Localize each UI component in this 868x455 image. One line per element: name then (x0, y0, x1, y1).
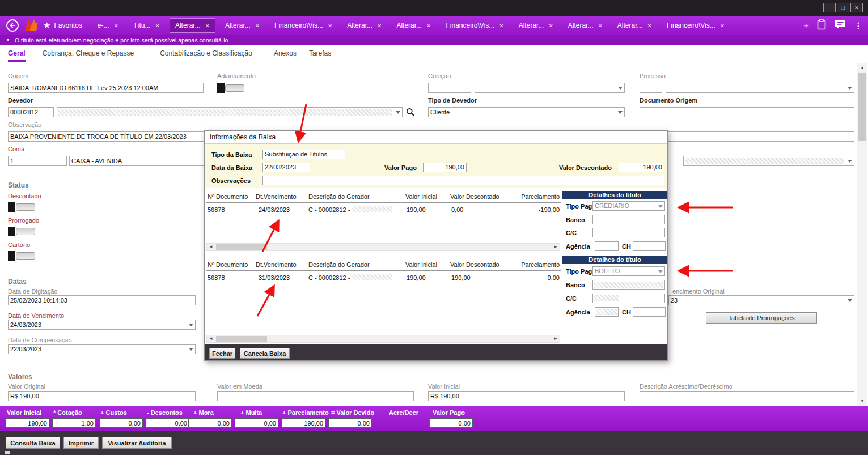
scroll-thumb[interactable] (216, 244, 267, 250)
cc-field[interactable] (592, 294, 665, 303)
tipo-pagto-combo[interactable]: BOLETO (592, 266, 665, 276)
processo-label: Processo (640, 73, 666, 79)
devedor-code-field[interactable]: 00002812 (8, 107, 54, 117)
tab-label: Financeiro\Vis... (274, 22, 323, 29)
vencimento-original-combo[interactable]: 23 (668, 295, 854, 305)
new-tab-button[interactable]: + (803, 21, 809, 31)
valor-moeda-field[interactable] (217, 391, 414, 401)
origem-field[interactable]: SAIDA: ROMANEIO 66116 DE Fev 25 2023 12:… (8, 83, 204, 93)
close-icon[interactable]: ✕ (720, 23, 725, 29)
conta-right-combo[interactable] (683, 156, 854, 166)
imprimir-button[interactable]: Imprimir (63, 437, 99, 449)
tab-financeiro[interactable]: Financeiro\Vis...✕ (662, 19, 730, 32)
cancela-baixa-button[interactable]: Cancela Baixa (240, 348, 290, 359)
close-icon[interactable]: ✕ (548, 23, 553, 29)
valor-descontado-field[interactable]: 190,00 (619, 163, 664, 172)
valor-inicial-field[interactable]: R$ 190,00 (428, 391, 625, 401)
close-icon[interactable]: ✕ (499, 23, 503, 29)
total-label: + Parcelamento (282, 409, 329, 416)
star-icon: ★ (43, 20, 50, 31)
scroll-down-icon[interactable]: ▼ (857, 397, 867, 406)
colecao-code-field[interactable] (428, 83, 471, 93)
grid1-hscrollbar[interactable]: ◄ ► (206, 243, 560, 251)
scroll-left-icon[interactable]: ◄ (207, 335, 215, 342)
search-button[interactable] (406, 108, 415, 119)
data-baixa-field[interactable]: 22/03/2023 (262, 163, 310, 172)
scroll-right-icon[interactable]: ► (552, 244, 560, 250)
agencia-field[interactable] (595, 307, 619, 317)
banco-field[interactable] (592, 215, 665, 224)
close-icon[interactable]: ✕ (647, 23, 652, 29)
tasks-clipboard-button[interactable] (817, 19, 826, 32)
minimize-button[interactable]: ─ (823, 3, 836, 12)
ch-field[interactable] (633, 307, 666, 317)
tipo-devedor-combo[interactable]: Cliente (428, 107, 625, 117)
back-button[interactable] (6, 19, 19, 32)
tab-alterar[interactable]: Alterar...✕ (514, 19, 558, 32)
tab-alterar[interactable]: Alterar...✕ (391, 19, 436, 32)
fechar-button[interactable]: Fechar (209, 348, 235, 359)
tab-alterar[interactable]: Alterar...✕ (342, 19, 387, 32)
banco-field[interactable] (592, 280, 665, 290)
scroll-right-icon[interactable]: ► (552, 335, 560, 342)
tab-financeiro[interactable]: Financeiro\Vis...✕ (441, 19, 509, 32)
close-icon[interactable]: ✕ (328, 23, 332, 29)
tab-alterar-active[interactable]: Alterar...✕ (170, 18, 215, 33)
close-icon[interactable]: ✕ (255, 23, 260, 29)
adiantamento-toggle[interactable] (217, 83, 247, 93)
menu-kebab-button[interactable]: ⋮ (854, 21, 862, 30)
tab-e[interactable]: e-...✕ (92, 19, 124, 32)
tab-anexos[interactable]: Anexos (274, 45, 297, 62)
data-vencimento-value: 24/03/2023 (10, 321, 41, 328)
favorites-button[interactable]: ★ Favoritos (43, 20, 82, 31)
devedor-combo[interactable] (57, 107, 403, 117)
grid2-hscrollbar[interactable]: ◄ ► (206, 335, 560, 343)
tab-tarefas[interactable]: Tarefas (309, 45, 331, 62)
observacoes-field[interactable] (262, 176, 664, 185)
tipo-pagto-combo[interactable]: CREDIARIO (592, 201, 665, 211)
prorrogado-toggle[interactable] (8, 227, 37, 236)
cartorio-toggle[interactable] (8, 251, 37, 261)
visualizar-auditoria-button[interactable]: Visualizar Auditoria (102, 437, 172, 449)
valor-pago-field[interactable]: 190,00 (423, 163, 467, 172)
processo-code-field[interactable] (640, 83, 662, 93)
agencia-field[interactable] (595, 241, 619, 251)
maximize-button[interactable]: ❐ (837, 3, 849, 12)
close-icon[interactable]: ✕ (598, 23, 602, 29)
documento-origem-field[interactable] (640, 107, 854, 117)
tab-titu[interactable]: Títu...✕ (128, 19, 165, 32)
descontado-toggle[interactable] (8, 202, 37, 212)
colecao-combo[interactable] (475, 83, 625, 93)
main-vscrollbar[interactable]: ▲ ▼ (857, 63, 867, 406)
close-icon[interactable]: ✕ (377, 23, 382, 29)
scroll-thumb[interactable] (858, 73, 866, 141)
conta-code-field[interactable]: 1 (8, 156, 67, 166)
valor-original-field[interactable]: R$ 190,00 (8, 391, 196, 401)
data-compensacao-combo[interactable]: 22/03/2023 (8, 344, 196, 354)
data-vencimento-combo[interactable]: 24/03/2023 (8, 320, 196, 330)
close-icon[interactable]: ✕ (205, 23, 210, 29)
tab-alterar[interactable]: Alterar...✕ (220, 19, 265, 32)
tab-contabilizacao[interactable]: Contabilização e Classificação (160, 45, 252, 62)
data-digitacao-field[interactable]: 25/02/2023 10:14:03 (8, 295, 196, 305)
ch-field[interactable] (633, 241, 666, 251)
descricao-acre-field[interactable] (640, 391, 854, 401)
tab-alterar[interactable]: Alterar...✕ (563, 19, 608, 32)
scroll-up-icon[interactable]: ▲ (857, 63, 867, 72)
scroll-left-icon[interactable]: ◄ (207, 244, 215, 250)
tab-financeiro[interactable]: Financeiro\Vis...✕ (269, 19, 337, 32)
close-button[interactable]: ✕ (850, 3, 863, 12)
processo-combo[interactable] (666, 83, 854, 93)
scroll-thumb[interactable] (216, 336, 267, 342)
tabela-prorrogacoes-button[interactable]: Tabela de Prorrogações (706, 312, 817, 324)
tab-alterar[interactable]: Alterar...✕ (612, 19, 657, 32)
cc-field[interactable] (592, 228, 665, 237)
close-icon[interactable]: ✕ (113, 23, 118, 29)
close-icon[interactable]: ✕ (426, 23, 431, 29)
tab-geral[interactable]: Geral (8, 45, 26, 62)
close-icon[interactable]: ✕ (155, 23, 160, 29)
chat-button[interactable] (834, 19, 846, 32)
tipo-baixa-field[interactable]: Substituição de Titulos (262, 150, 345, 159)
consulta-baixa-button[interactable]: Consulta Baixa (6, 437, 60, 449)
tab-cobranca[interactable]: Cobrança, Cheque e Repasse (43, 45, 134, 62)
